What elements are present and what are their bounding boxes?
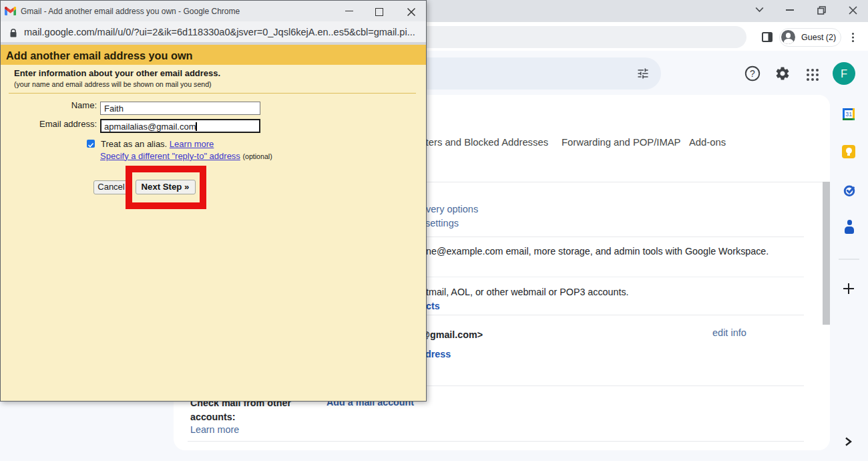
svg-text:?: ? [750,68,755,79]
svg-text:31: 31 [845,111,852,118]
